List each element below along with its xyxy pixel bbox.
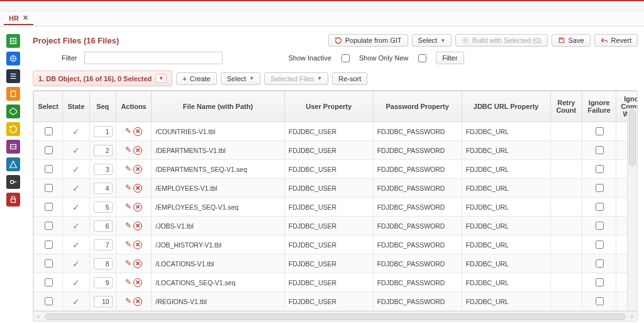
col-file[interactable]: File Name (with Path) <box>152 91 284 122</box>
col-select[interactable]: Select <box>34 91 63 122</box>
revert-button[interactable]: Revert <box>594 34 638 47</box>
cell-retry[interactable] <box>550 217 582 235</box>
seq-input[interactable]: 8 <box>94 258 113 269</box>
create-button[interactable]: + Create <box>176 72 216 85</box>
row-select-checkbox[interactable] <box>45 297 53 305</box>
sidebar-item-10[interactable] <box>6 193 20 207</box>
populate-git-button[interactable]: Populate from GIT <box>328 34 408 47</box>
edit-icon[interactable]: ✎ <box>125 221 131 230</box>
seq-input[interactable]: 9 <box>94 277 113 288</box>
select-menu-button[interactable]: Select ▼ <box>221 72 261 85</box>
delete-icon[interactable]: ✕ <box>133 222 142 230</box>
category-tab[interactable]: 1. DB Object, (16 of 16), 0 Selected ▼ <box>33 71 172 86</box>
ignore-failure-checkbox[interactable] <box>596 127 604 135</box>
save-button[interactable]: Save <box>552 34 591 47</box>
seq-input[interactable]: 4 <box>94 183 113 194</box>
delete-icon[interactable]: ✕ <box>133 165 142 174</box>
col-url[interactable]: JDBC URL Property <box>462 91 550 122</box>
delete-icon[interactable]: ✕ <box>133 241 142 249</box>
seq-input[interactable]: 5 <box>94 201 113 213</box>
ignore-failure-checkbox[interactable] <box>596 203 604 211</box>
show-inactive-checkbox[interactable] <box>341 54 350 62</box>
sidebar-item-5[interactable] <box>6 105 20 118</box>
row-select-checkbox[interactable] <box>45 259 53 268</box>
delete-icon[interactable]: ✕ <box>133 127 142 136</box>
filter-button[interactable]: Filter <box>436 52 464 64</box>
select-button[interactable]: Select ▼ <box>412 34 452 47</box>
seq-input[interactable]: 2 <box>94 145 113 156</box>
sidebar-item-4[interactable] <box>6 87 20 101</box>
edit-icon[interactable]: ✎ <box>125 145 131 154</box>
edit-icon[interactable]: ✎ <box>125 127 131 135</box>
col-state[interactable]: State <box>63 91 89 122</box>
cell-retry[interactable] <box>550 254 582 273</box>
filter-input[interactable] <box>84 52 223 64</box>
col-pass[interactable]: Password Property <box>373 91 462 122</box>
ignore-failure-checkbox[interactable] <box>596 259 604 268</box>
sidebar-item-7[interactable] <box>6 140 20 154</box>
ignore-failure-checkbox[interactable] <box>596 278 604 286</box>
cell-retry[interactable] <box>550 198 582 217</box>
row-select-checkbox[interactable] <box>45 278 53 286</box>
row-select-checkbox[interactable] <box>45 127 53 135</box>
row-select-checkbox[interactable] <box>45 203 53 211</box>
seq-input[interactable]: 3 <box>94 164 113 175</box>
show-only-new-checkbox[interactable] <box>418 54 426 62</box>
seq-input[interactable]: 10 <box>94 296 113 307</box>
edit-icon[interactable]: ✎ <box>125 278 131 286</box>
sidebar-item-8[interactable] <box>6 157 20 171</box>
sidebar-item-9[interactable] <box>6 175 20 189</box>
selected-files-button[interactable]: Selected Files ▼ <box>264 72 328 85</box>
cell-retry[interactable] <box>550 141 582 160</box>
scroll-right-icon[interactable]: › <box>628 313 636 320</box>
cell-retry[interactable] <box>550 273 582 292</box>
delete-icon[interactable]: ✕ <box>133 278 142 287</box>
sidebar-item-2[interactable] <box>6 52 20 65</box>
col-seq[interactable]: Seq <box>89 91 116 122</box>
cell-retry[interactable] <box>550 160 582 179</box>
ignore-failure-checkbox[interactable] <box>596 297 604 305</box>
row-select-checkbox[interactable] <box>45 241 53 249</box>
delete-icon[interactable]: ✕ <box>133 203 142 212</box>
row-select-checkbox[interactable] <box>45 165 53 173</box>
ignore-failure-checkbox[interactable] <box>596 146 604 154</box>
edit-icon[interactable]: ✎ <box>125 297 131 305</box>
edit-icon[interactable]: ✎ <box>125 164 131 173</box>
cell-retry[interactable] <box>550 122 582 141</box>
ignore-failure-checkbox[interactable] <box>596 184 604 192</box>
edit-icon[interactable]: ✎ <box>125 202 131 211</box>
edit-icon[interactable]: ✎ <box>125 259 131 268</box>
horizontal-scrollbar[interactable]: ‹ › <box>33 311 637 321</box>
tab-hr[interactable]: HR ✕ <box>4 12 33 25</box>
col-ignore-failure[interactable]: Ignore Failure <box>582 91 616 122</box>
cell-retry[interactable] <box>550 179 582 198</box>
sidebar-item-6[interactable] <box>6 122 20 136</box>
delete-icon[interactable]: ✕ <box>133 297 142 306</box>
sidebar-item-1[interactable] <box>6 34 20 48</box>
build-selected-button[interactable]: Build with Selected (0) <box>455 34 547 47</box>
col-user[interactable]: User Property <box>284 91 373 122</box>
row-select-checkbox[interactable] <box>45 184 53 192</box>
ignore-failure-checkbox[interactable] <box>596 165 604 173</box>
row-select-checkbox[interactable] <box>45 222 53 230</box>
seq-input[interactable]: 7 <box>94 239 113 251</box>
sidebar-item-3[interactable] <box>6 69 20 83</box>
seq-input[interactable]: 1 <box>94 126 113 137</box>
close-icon[interactable]: ✕ <box>23 14 28 22</box>
delete-icon[interactable]: ✕ <box>133 146 142 155</box>
edit-icon[interactable]: ✎ <box>125 240 131 249</box>
delete-icon[interactable]: ✕ <box>133 259 142 268</box>
vertical-scrollbar[interactable] <box>627 108 637 310</box>
cell-retry[interactable] <box>550 292 582 311</box>
row-select-checkbox[interactable] <box>45 146 53 154</box>
ignore-failure-checkbox[interactable] <box>596 222 604 230</box>
scroll-left-icon[interactable]: ‹ <box>35 313 42 320</box>
ignore-failure-checkbox[interactable] <box>596 241 604 249</box>
col-retry[interactable]: Retry Count <box>550 91 582 122</box>
seq-input[interactable]: 6 <box>94 220 113 232</box>
resort-button[interactable]: Re-sort <box>332 72 367 85</box>
edit-icon[interactable]: ✎ <box>125 183 131 192</box>
delete-icon[interactable]: ✕ <box>133 184 142 193</box>
cell-retry[interactable] <box>550 235 582 254</box>
col-actions[interactable]: Actions <box>116 91 151 122</box>
